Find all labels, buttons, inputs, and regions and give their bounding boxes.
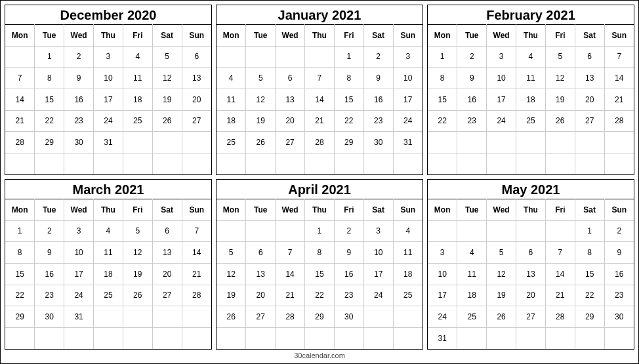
day-cell: 12 — [152, 68, 182, 89]
day-cell: 27 — [246, 306, 276, 328]
day-cell: 26 — [152, 110, 182, 132]
month-title: March 2021 — [5, 180, 211, 199]
day-cell: 27 — [516, 306, 546, 328]
day-cell: 30 — [334, 306, 363, 328]
weekday-header: Fri — [123, 199, 152, 221]
day-cell — [393, 327, 423, 349]
weekday-header: Mon — [5, 199, 35, 221]
day-cell — [276, 327, 305, 349]
weekday-header: Tue — [35, 199, 64, 221]
day-cell: 9 — [363, 68, 393, 89]
day-cell — [545, 327, 575, 349]
day-cell — [64, 327, 94, 349]
day-cell: 16 — [64, 89, 94, 110]
day-cell: 10 — [94, 68, 123, 89]
day-cell: 14 — [305, 89, 335, 110]
day-cell — [216, 46, 246, 68]
month-title: January 2021 — [216, 5, 423, 24]
day-cell: 23 — [64, 110, 94, 132]
day-cell — [457, 327, 487, 349]
weekday-header: Thu — [305, 199, 335, 221]
weekday-header: Thu — [516, 199, 546, 221]
day-cell — [487, 220, 516, 242]
calendar-row: March 2021 MonTueWedThuFriSatSun 1234567… — [5, 179, 634, 350]
day-cell: 18 — [516, 89, 546, 110]
day-cell: 30 — [604, 306, 634, 328]
day-cell — [487, 153, 516, 174]
day-cell: 21 — [276, 285, 305, 306]
day-cell — [216, 220, 246, 242]
day-cell — [487, 327, 516, 349]
day-cell: 23 — [35, 285, 64, 306]
day-cell: 31 — [428, 327, 457, 349]
month-title: December 2020 — [5, 5, 211, 24]
day-cell: 3 — [64, 220, 94, 242]
day-cell: 29 — [575, 306, 604, 328]
day-cell: 24 — [64, 285, 94, 306]
day-cell: 13 — [575, 68, 604, 89]
day-cell: 11 — [457, 263, 487, 285]
day-cell — [545, 132, 575, 153]
day-cell — [457, 153, 487, 174]
day-cell: 13 — [276, 89, 305, 110]
day-cell: 24 — [94, 110, 123, 132]
day-cell — [182, 327, 211, 349]
day-cell: 2 — [334, 220, 363, 242]
month-block: February 2021 MonTueWedThuFriSatSun 1234… — [427, 5, 634, 175]
day-cell: 6 — [246, 242, 276, 264]
day-cell: 23 — [604, 285, 634, 306]
day-cell: 1 — [5, 220, 35, 242]
day-cell — [276, 153, 305, 174]
weekday-header: Thu — [94, 25, 123, 47]
day-cell: 14 — [545, 263, 575, 285]
day-cell: 19 — [246, 110, 276, 132]
month-block: January 2021 MonTueWedThuFriSatSun 123 4… — [216, 5, 423, 175]
day-cell: 28 — [5, 132, 35, 153]
day-cell: 12 — [487, 263, 516, 285]
day-cell — [604, 327, 634, 349]
day-cell: 3 — [393, 46, 423, 68]
day-cell: 19 — [123, 263, 152, 285]
day-cell — [94, 306, 123, 328]
day-cell: 5 — [246, 68, 276, 89]
day-cell — [545, 153, 575, 174]
weekday-header: Wed — [487, 199, 516, 221]
day-cell — [5, 153, 35, 174]
day-cell: 19 — [216, 285, 246, 306]
day-cell — [305, 327, 335, 349]
day-cell: 29 — [5, 306, 35, 328]
day-cell — [152, 132, 182, 153]
day-cell: 17 — [428, 285, 457, 306]
day-cell: 12 — [123, 242, 152, 264]
day-cell — [246, 46, 276, 68]
day-cell — [35, 153, 64, 174]
day-cell — [123, 327, 152, 349]
day-cell: 28 — [276, 306, 305, 328]
day-cell: 21 — [604, 89, 634, 110]
month-grid: MonTueWedThuFriSatSun 1234 567891011 121… — [216, 199, 423, 349]
day-cell — [604, 132, 634, 153]
day-cell: 2 — [35, 220, 64, 242]
day-cell: 19 — [487, 285, 516, 306]
day-cell — [94, 327, 123, 349]
day-cell: 8 — [305, 242, 335, 264]
day-cell: 20 — [276, 110, 305, 132]
day-cell: 14 — [182, 242, 211, 264]
day-cell: 27 — [276, 132, 305, 153]
day-cell: 28 — [604, 110, 634, 132]
day-cell: 12 — [545, 68, 575, 89]
day-cell: 17 — [487, 89, 516, 110]
day-cell: 10 — [428, 263, 457, 285]
weekday-header: Thu — [94, 199, 123, 221]
day-cell: 24 — [393, 110, 423, 132]
day-cell: 29 — [334, 132, 363, 153]
day-cell: 8 — [428, 68, 457, 89]
calendar-row: December 2020 Mon Tue Wed Thu Fri Sat Su… — [5, 5, 634, 175]
day-cell: 31 — [393, 132, 423, 153]
day-cell: 16 — [35, 263, 64, 285]
day-cell: 24 — [428, 306, 457, 328]
day-cell — [545, 220, 575, 242]
day-cell: 9 — [64, 68, 94, 89]
day-cell: 20 — [516, 285, 546, 306]
day-cell — [575, 327, 604, 349]
